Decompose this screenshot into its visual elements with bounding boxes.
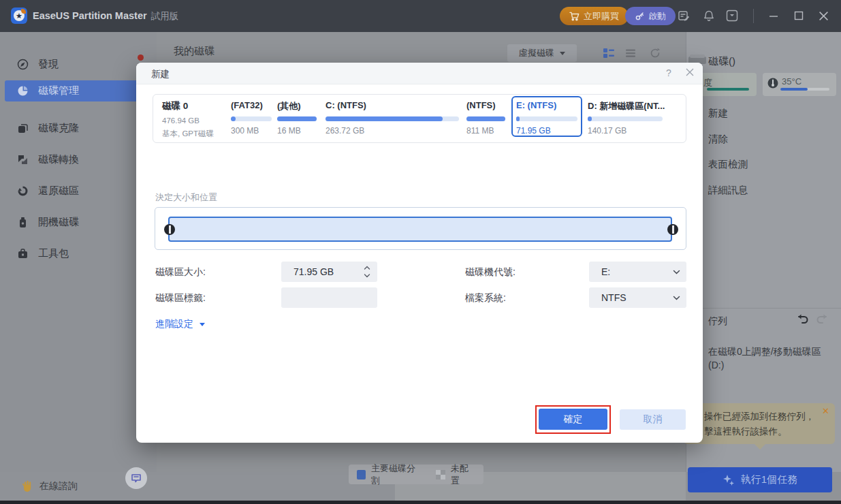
temperature-bar-fill: [780, 88, 808, 91]
primary-partition-label: 主要磁碟分割: [371, 462, 421, 487]
ok-button-label: 確定: [564, 413, 583, 426]
waving-hand-icon: [20, 479, 34, 493]
advanced-settings-label: 進階設定: [155, 318, 193, 330]
sidebar-item-partition-manager[interactable]: 磁碟管理: [5, 80, 151, 101]
undo-icon[interactable]: [795, 313, 809, 326]
key-icon: [635, 12, 644, 21]
buy-now-button[interactable]: 立即購買: [560, 7, 629, 25]
activate-button[interactable]: 啟動: [625, 7, 676, 25]
sidebar-item-disk-convert[interactable]: 磁碟轉換: [0, 149, 157, 170]
disk-type: 基本, GPT磁碟: [162, 129, 214, 139]
easeus-logo-icon: ★: [11, 7, 27, 24]
chat-bubble-icon[interactable]: [125, 467, 147, 489]
page-title: 我的磁碟: [174, 45, 215, 58]
sidebar-item-restore-partition[interactable]: 還原磁區: [0, 180, 157, 202]
panel-divider: [686, 308, 841, 309]
notification-dot: [138, 54, 144, 61]
cancel-button[interactable]: 取消: [620, 409, 686, 430]
partition-fat32[interactable]: (FAT32) 300 MB: [231, 94, 272, 143]
dialog-header: 新建 ?: [136, 63, 703, 84]
cancel-button-label: 取消: [644, 413, 663, 426]
list-view-icon[interactable]: [624, 46, 637, 59]
tray-dropdown-icon[interactable]: [725, 8, 740, 23]
unallocated-label: 未配置: [451, 462, 475, 487]
partition-size-input[interactable]: 71.95 GB: [281, 262, 377, 282]
new-partition-dialog: 新建 ? 磁碟 0 476.94 GB 基本, GPT磁碟 (FAT32) 30…: [136, 63, 703, 443]
sidebar-item-label: 磁碟克隆: [38, 122, 79, 135]
edition-badge: 試用版: [151, 11, 179, 21]
virtual-disk-dropdown-label: 虛擬磁碟: [519, 47, 554, 59]
panel-action-wipe[interactable]: 清除: [708, 133, 728, 146]
panel-action-create[interactable]: 新建: [708, 107, 728, 120]
chevron-down-icon: [673, 268, 680, 275]
compass-icon: [17, 59, 29, 70]
close-window-button[interactable]: [816, 8, 831, 23]
bootable-disk-icon: [17, 217, 29, 228]
partition-other[interactable]: (其他) 16 MB: [277, 94, 317, 143]
unallocated-swatch: [436, 470, 445, 479]
pending-task-item[interactable]: 在磁碟0上調整/移動磁碟區 (D:): [708, 345, 838, 372]
temperature-value: 35°C: [782, 76, 802, 86]
window-bottom-edge: [0, 501, 841, 504]
tooltip-text-line1: 操作已經添加到任務佇列，: [704, 411, 814, 423]
buy-now-label: 立即購買: [584, 10, 619, 22]
tooltip-arrow: [755, 444, 765, 450]
sidebar: 發現 磁碟管理 磁碟克隆 磁碟轉換 還原磁區 開機磁碟 工具包: [0, 32, 157, 472]
maximize-button[interactable]: [791, 8, 806, 23]
sidebar-item-discover[interactable]: 發現: [0, 54, 157, 75]
advanced-settings-link[interactable]: 進階設定: [155, 318, 205, 330]
execute-tasks-button[interactable]: 執行1個任務: [688, 467, 832, 492]
panel-action-surface-test[interactable]: 表面檢測: [708, 158, 748, 171]
virtual-disk-dropdown[interactable]: 虛擬磁碟: [507, 44, 577, 62]
task-queue-tooltip: 操作已經添加到任務佇列， 擊這裡執行該操作。 ✕: [684, 403, 835, 444]
file-system-select[interactable]: NTFS: [589, 287, 686, 308]
caret-down-icon: [200, 323, 205, 326]
tooltip-close-icon[interactable]: ✕: [822, 406, 829, 416]
clone-disks-icon: [17, 123, 29, 134]
bottombar-legend-area: 主要磁碟分割 未配置: [395, 472, 686, 504]
chevron-down-icon: [560, 52, 565, 55]
partition-ntfs-811[interactable]: (NTFS) 811 MB: [466, 94, 505, 143]
drive-letter-select[interactable]: E:: [589, 262, 686, 282]
slider-left-handle[interactable]: [164, 224, 175, 235]
partition-size-label: 磁碟區大小:: [155, 266, 206, 279]
refresh-icon[interactable]: [648, 46, 661, 59]
drive-letter-value: E:: [601, 266, 610, 277]
notifications-bell-icon[interactable]: [701, 8, 716, 23]
sidebar-item-label: 工具包: [38, 247, 69, 260]
partition-e-selected[interactable]: E: (NTFS) 71.95 GB: [516, 94, 577, 143]
activate-label: 啟動: [648, 10, 666, 22]
sidebar-item-bootable-disk[interactable]: 開機磁碟: [0, 212, 157, 233]
task-queue-header: 佇列: [708, 315, 727, 328]
execute-tasks-label: 執行1個任務: [741, 473, 797, 486]
sparkle-icon: [723, 474, 735, 486]
redo-icon[interactable]: [816, 313, 829, 326]
slider-right-handle[interactable]: [667, 224, 678, 235]
feedback-note-icon[interactable]: [676, 8, 691, 23]
file-system-value: NTFS: [601, 292, 626, 303]
disk-name: 磁碟 0: [162, 100, 214, 112]
drive-letter-label: 磁碟機代號:: [465, 266, 515, 279]
online-support-label: 在線諮詢: [39, 480, 78, 492]
panel-action-properties[interactable]: 詳細訊息: [708, 184, 748, 197]
minimize-button[interactable]: [766, 8, 781, 23]
sidebar-item-disk-clone[interactable]: 磁碟克隆: [0, 118, 157, 139]
help-icon[interactable]: ?: [663, 67, 675, 80]
partition-legend: 主要磁碟分割 未配置: [349, 464, 483, 484]
dialog-close-icon[interactable]: [685, 67, 697, 80]
ok-button[interactable]: 確定: [539, 409, 607, 430]
grid-view-icon[interactable]: [602, 46, 615, 59]
partition-d[interactable]: D: 新增磁碟區(NT... 140.17 GB: [588, 94, 663, 143]
partition-c[interactable]: C: (NTFS) 263.72 GB: [326, 94, 459, 143]
sidebar-item-toolkit[interactable]: 工具包: [0, 243, 157, 264]
convert-icon: [17, 154, 29, 166]
app-title: EaseUS Partition Master試用版: [33, 10, 178, 22]
bottombar-left: 在線諮詢: [0, 472, 395, 504]
temperature-bar-track: [780, 88, 829, 91]
disk-info: 磁碟 0 476.94 GB 基本, GPT磁碟: [162, 100, 214, 139]
stepper-arrows-icon[interactable]: [363, 264, 371, 279]
resize-slider-bar[interactable]: [168, 217, 672, 242]
partition-label-input[interactable]: [281, 287, 377, 308]
online-support-link[interactable]: 在線諮詢: [20, 479, 78, 493]
thermometer-icon: [767, 78, 778, 89]
